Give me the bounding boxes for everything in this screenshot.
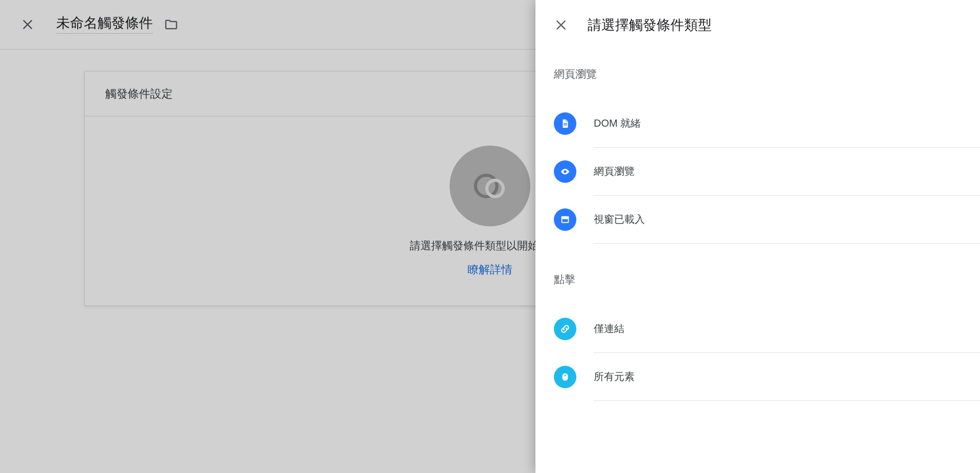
svg-rect-3: [564, 125, 567, 125]
type-option-label: DOM 就緒: [594, 116, 641, 130]
link-icon: [554, 318, 576, 340]
svg-rect-8: [565, 374, 566, 377]
svg-rect-2: [564, 123, 567, 124]
trigger-type-panel: 請選擇觸發條件類型 網頁瀏覽 DOM 就緒 網頁瀏覽 視窗已載入 點擊: [535, 0, 980, 473]
close-icon: [554, 18, 568, 32]
type-option-all-elements[interactable]: 所有元素: [554, 353, 980, 401]
eye-icon: [554, 160, 576, 183]
type-option-label: 所有元素: [594, 370, 635, 384]
document-icon: [554, 112, 576, 135]
type-option-window-loaded[interactable]: 視窗已載入: [554, 196, 980, 244]
mouse-icon: [554, 366, 576, 388]
panel-title: 請選擇觸發條件類型: [588, 16, 712, 34]
type-option-label: 視窗已載入: [594, 212, 645, 226]
type-option-label: 網頁瀏覽: [594, 164, 635, 178]
type-option-pageview[interactable]: 網頁瀏覽: [554, 148, 980, 196]
type-option-label: 僅連結: [594, 322, 624, 336]
svg-rect-6: [562, 217, 569, 219]
panel-body: 網頁瀏覽 DOM 就緒 網頁瀏覽 視窗已載入 點擊 僅連結: [535, 50, 980, 473]
type-option-links-only[interactable]: 僅連結: [554, 305, 980, 353]
group-label-pageview: 網頁瀏覽: [554, 67, 980, 81]
window-icon: [554, 208, 576, 231]
close-panel-button[interactable]: [549, 13, 573, 37]
type-option-dom-ready[interactable]: DOM 就緒: [554, 100, 980, 148]
panel-header: 請選擇觸發條件類型: [535, 0, 980, 50]
svg-rect-7: [563, 219, 568, 222]
svg-point-4: [564, 170, 567, 173]
group-label-click: 點擊: [554, 272, 980, 287]
